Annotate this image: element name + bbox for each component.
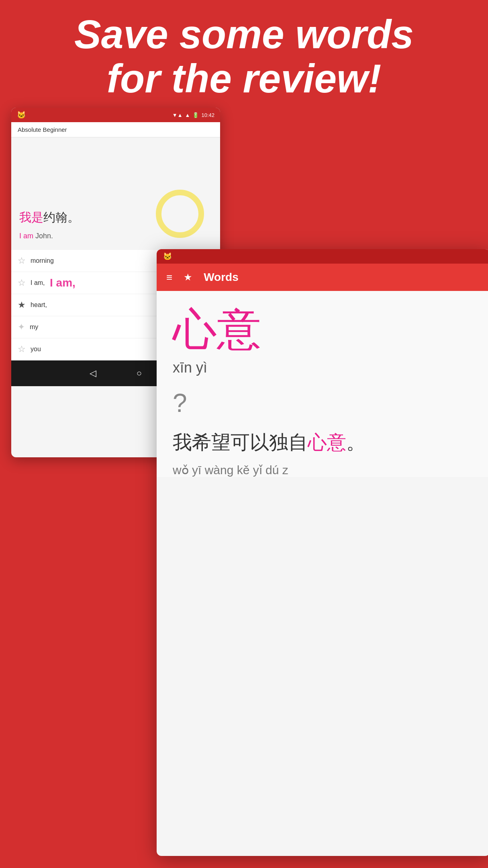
left-status-bar: 🐱 ▼▲ ▲ 🔋 10:42 xyxy=(11,108,220,122)
sentence-chinese: 我希望可以独自心意。 xyxy=(173,430,474,455)
lesson-content: 我是约翰。 I am John. xyxy=(11,137,220,250)
right-toolbar: ≡ ★ Words xyxy=(157,264,488,291)
star-you[interactable]: ☆ xyxy=(18,344,26,354)
overlay-iam: I am, xyxy=(50,276,76,289)
right-status-bar: 🐱 xyxy=(157,249,488,264)
sentence-after: 。 xyxy=(346,432,365,453)
signal-icon: ▲ xyxy=(185,112,190,118)
english-sentence: I am John. xyxy=(19,232,53,240)
sentence-before: 我希望可以独自 xyxy=(173,432,308,453)
hero-line2: for the review! xyxy=(107,56,382,101)
battery-icon: 🔋 xyxy=(192,112,199,118)
right-app-icon: 🐱 xyxy=(163,252,172,261)
chinese-sentence: 我是约翰。 xyxy=(19,209,80,226)
star-iam[interactable]: ☆ xyxy=(18,278,26,288)
time-display: 10:42 xyxy=(201,112,214,118)
circle-indicator xyxy=(156,190,204,238)
hero-text: Save some words for the review! xyxy=(0,12,488,100)
pinyin-display: xīn yì xyxy=(173,359,474,376)
toolbar-title: Words xyxy=(204,271,239,284)
star-morning[interactable]: ☆ xyxy=(18,256,26,266)
lesson-label: Absolute Beginner xyxy=(11,122,220,137)
sentence-pinyin: wǒ yī wàng kě yǐ dú z xyxy=(173,463,474,477)
wifi-icon: ▼▲ xyxy=(172,112,183,118)
phone-right: 🐱 ≡ ★ Words 心意 xīn yì ? 我希望可以独自心意。 wǒ yī… xyxy=(157,249,488,856)
star-heart[interactable]: ★ xyxy=(18,300,26,310)
toolbar-star-icon[interactable]: ★ xyxy=(184,272,192,283)
menu-icon[interactable]: ≡ xyxy=(166,271,172,284)
star-my[interactable]: ✦ xyxy=(18,322,25,332)
home-button[interactable]: ○ xyxy=(137,368,142,379)
word-detail: 心意 xīn yì ? 我希望可以独自心意。 wǒ yī wàng kě yǐ … xyxy=(157,291,488,477)
main-chinese-word: 心意 xyxy=(173,307,474,351)
sentence-pink-word: 心意 xyxy=(308,432,346,453)
left-status-right: ▼▲ ▲ 🔋 10:42 xyxy=(172,112,214,118)
question-mark: ? xyxy=(173,388,474,418)
back-button[interactable]: ◁ xyxy=(90,368,96,379)
left-app-icon: 🐱 xyxy=(17,111,26,119)
hero-line1: Save some words xyxy=(74,12,414,57)
